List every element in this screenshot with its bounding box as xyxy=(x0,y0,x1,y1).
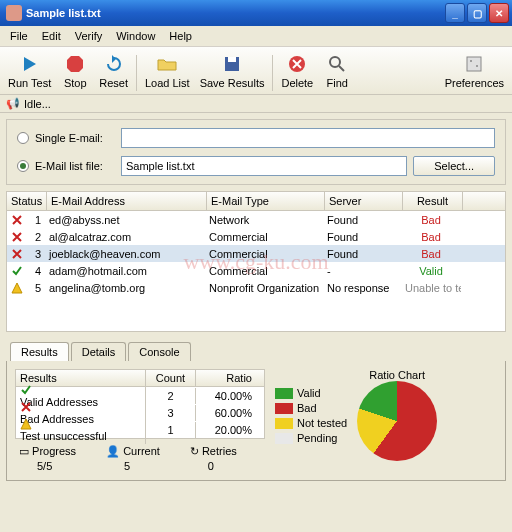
ratio-pie-chart xyxy=(357,381,437,461)
single-email-input[interactable] xyxy=(121,128,495,148)
minimize-button[interactable]: _ xyxy=(445,3,465,23)
results-panel: Results Count Ratio Valid Addresses240.0… xyxy=(6,361,506,481)
result-cell: Valid xyxy=(401,264,461,278)
find-button[interactable]: Find xyxy=(319,50,355,91)
list-file-label: E-Mail list file: xyxy=(35,160,115,172)
status-icon xyxy=(7,281,27,295)
toolbar-separator xyxy=(136,55,137,91)
menu-window[interactable]: Window xyxy=(110,28,161,44)
legend-valid: Valid xyxy=(297,387,321,399)
reset-label: Reset xyxy=(99,77,128,89)
svg-line-7 xyxy=(339,66,344,71)
type-cell: Commercial xyxy=(205,247,323,261)
list-file-value: Sample list.txt xyxy=(126,160,194,172)
save-results-button[interactable]: Save Results xyxy=(196,50,269,91)
maximize-button[interactable]: ▢ xyxy=(467,3,487,23)
grid-header: Status E-Mail Address E-Mail Type Server… xyxy=(7,192,505,211)
status-line: 📢 Idle... xyxy=(0,95,512,113)
col-server[interactable]: Server xyxy=(325,192,403,210)
find-label: Find xyxy=(327,77,348,89)
sound-icon: 📢 xyxy=(6,97,20,110)
app-icon xyxy=(6,5,22,21)
row-number: 3 xyxy=(27,247,45,261)
list-file-input[interactable]: Sample list.txt xyxy=(121,156,407,176)
select-file-button[interactable]: Select... xyxy=(413,156,495,176)
summary-count: 3 xyxy=(146,405,196,421)
email-cell: angelina@tomb.org xyxy=(45,281,205,295)
menu-verify[interactable]: Verify xyxy=(69,28,109,44)
reset-icon xyxy=(102,52,126,76)
reset-button[interactable]: Reset xyxy=(95,50,132,91)
server-cell: No response xyxy=(323,281,401,295)
legend-nottested: Not tested xyxy=(297,417,347,429)
preferences-icon xyxy=(462,52,486,76)
legend-pending-swatch xyxy=(275,433,293,444)
email-cell: ed@abyss.net xyxy=(45,213,205,227)
type-cell: Nonprofit Organization xyxy=(205,281,323,295)
table-row[interactable]: 2al@alcatraz.comCommercialFoundBad xyxy=(7,228,505,245)
col-result[interactable]: Result xyxy=(403,192,463,210)
summary-col-ratio: Ratio xyxy=(196,370,256,386)
save-results-label: Save Results xyxy=(200,77,265,89)
row-number: 5 xyxy=(27,281,45,295)
load-list-label: Load List xyxy=(145,77,190,89)
preferences-label: Preferences xyxy=(445,77,504,89)
ratio-chart-title: Ratio Chart xyxy=(369,369,425,381)
legend-bad-swatch xyxy=(275,403,293,414)
preferences-button[interactable]: Preferences xyxy=(441,50,508,91)
retries-value: 0 xyxy=(190,460,214,472)
svg-point-10 xyxy=(476,65,478,67)
menu-bar: File Edit Verify Window Help xyxy=(0,26,512,47)
stop-label: Stop xyxy=(64,77,87,89)
tab-details[interactable]: Details xyxy=(71,342,127,361)
row-number: 4 xyxy=(27,264,45,278)
stop-icon xyxy=(63,52,87,76)
status-text: Idle... xyxy=(24,98,51,110)
col-type[interactable]: E-Mail Type xyxy=(207,192,325,210)
table-row[interactable]: 1ed@abyss.netNetworkFoundBad xyxy=(7,211,505,228)
play-icon xyxy=(18,52,42,76)
server-cell: Found xyxy=(323,230,401,244)
summary-col-count: Count xyxy=(146,370,196,386)
legend-bad: Bad xyxy=(297,402,317,414)
progress-stat: ▭ Progress 5/5 xyxy=(19,445,76,472)
single-email-label: Single E-mail: xyxy=(35,132,115,144)
current-stat: 👤 Current 5 xyxy=(106,445,160,472)
menu-file[interactable]: File xyxy=(4,28,34,44)
legend-nottested-swatch xyxy=(275,418,293,429)
svg-marker-11 xyxy=(12,283,22,293)
table-row[interactable]: 5angelina@tomb.orgNonprofit Organization… xyxy=(7,279,505,296)
toolbar-separator xyxy=(272,55,273,91)
close-button[interactable]: ✕ xyxy=(489,3,509,23)
table-row[interactable]: 3joeblack@heaven.comCommercialFoundBad xyxy=(7,245,505,262)
summary-ratio: 20.00% xyxy=(196,422,256,438)
current-label: Current xyxy=(123,445,160,457)
save-icon xyxy=(220,52,244,76)
email-cell: adam@hotmail.com xyxy=(45,264,205,278)
email-cell: joeblack@heaven.com xyxy=(45,247,205,261)
load-list-button[interactable]: Load List xyxy=(141,50,194,91)
table-row[interactable]: 4adam@hotmail.comCommercial-Valid xyxy=(7,262,505,279)
run-test-button[interactable]: Run Test xyxy=(4,50,55,91)
grid-body[interactable]: www.cg-ku.com 1ed@abyss.netNetworkFoundB… xyxy=(7,211,505,331)
svg-marker-2 xyxy=(112,55,116,63)
delete-button[interactable]: Delete xyxy=(277,50,317,91)
menu-help[interactable]: Help xyxy=(163,28,198,44)
stats-row: ▭ Progress 5/5 👤 Current 5 ↻ Retries 0 xyxy=(15,445,265,472)
tab-results[interactable]: Results xyxy=(10,342,69,361)
list-file-radio[interactable] xyxy=(17,160,29,172)
legend-pending: Pending xyxy=(297,432,337,444)
summary-ratio: 40.00% xyxy=(196,388,256,404)
single-email-radio[interactable] xyxy=(17,132,29,144)
menu-edit[interactable]: Edit xyxy=(36,28,67,44)
stop-button[interactable]: Stop xyxy=(57,50,93,91)
progress-label: Progress xyxy=(32,445,76,457)
col-status[interactable]: Status xyxy=(7,192,47,210)
tab-console[interactable]: Console xyxy=(128,342,190,361)
server-cell: - xyxy=(323,264,401,278)
delete-label: Delete xyxy=(281,77,313,89)
summary-count: 2 xyxy=(146,388,196,404)
delete-icon xyxy=(285,52,309,76)
svg-marker-12 xyxy=(21,419,31,429)
col-email[interactable]: E-Mail Address xyxy=(47,192,207,210)
